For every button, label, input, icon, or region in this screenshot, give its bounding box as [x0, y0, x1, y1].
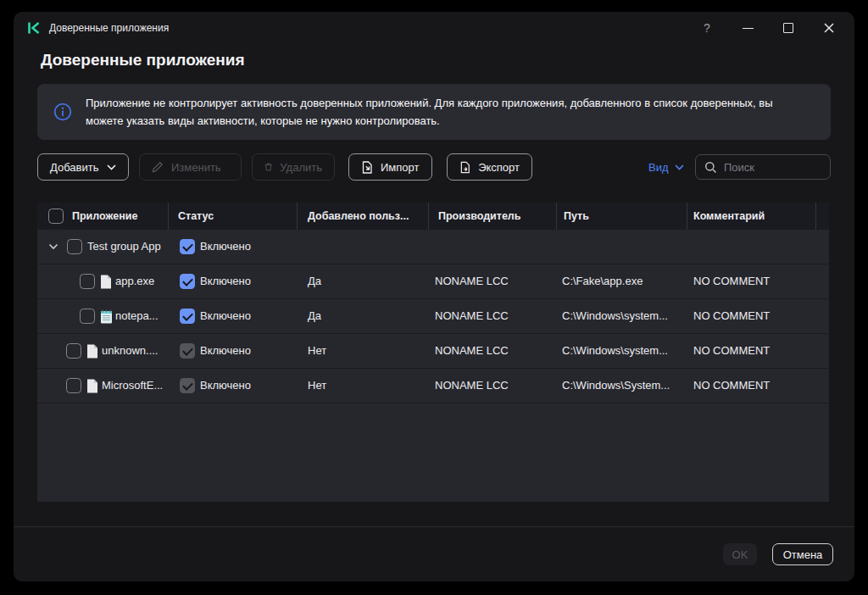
file-icon — [86, 344, 98, 359]
vendor-cell: NONAME LCC — [435, 299, 509, 333]
search-box[interactable] — [695, 154, 831, 180]
export-button[interactable]: Экспорт — [447, 153, 532, 181]
column-divider — [297, 203, 298, 230]
search-input[interactable] — [724, 161, 821, 174]
vendor-cell: NONAME LCC — [435, 264, 509, 298]
column-divider — [168, 203, 169, 230]
status-label: Включено — [200, 230, 251, 264]
path-cell: C:\Fake\app.exe — [562, 264, 643, 298]
group-name: Test group App — [87, 230, 161, 264]
trash-icon — [264, 161, 272, 173]
status-label: Включено — [200, 264, 251, 298]
add-button-label: Добавить — [50, 161, 98, 174]
status-checkbox[interactable] — [180, 343, 195, 359]
minimize-icon — [743, 28, 754, 29]
added-by-user-cell: Да — [308, 264, 321, 298]
status-checkbox[interactable] — [180, 309, 195, 324]
table-row-group[interactable]: Test group App Включено — [37, 230, 829, 264]
header-comment[interactable]: Комментарий — [693, 203, 765, 230]
info-banner: Приложение не контролирует активность до… — [37, 84, 831, 140]
header-vendor[interactable]: Производитель — [438, 203, 520, 230]
export-button-label: Экспорт — [478, 161, 520, 174]
row-checkbox[interactable] — [80, 274, 95, 289]
path-cell: C:\Windows\system... — [562, 299, 668, 333]
table-row[interactable]: MicrosoftE... Включено Нет NONAME LCC C:… — [37, 369, 829, 403]
path-cell: C:\Windows\System... — [562, 369, 670, 403]
notepad-icon — [100, 309, 113, 324]
added-by-user-cell: Нет — [308, 369, 326, 403]
close-button[interactable] — [809, 12, 849, 44]
column-divider — [815, 203, 816, 230]
maximize-icon — [783, 23, 793, 33]
app-name: MicrosoftE... — [102, 369, 163, 403]
table-row[interactable]: app.exe Включено Да NONAME LCC C:\Fake\a… — [37, 264, 829, 299]
table-row[interactable]: notepa... Включено Да NONAME LCC C:\Wind… — [37, 299, 829, 334]
titlebar: Доверенные приложения ? — [14, 12, 854, 44]
row-checkbox[interactable] — [67, 239, 82, 254]
add-button[interactable]: Добавить — [37, 153, 129, 181]
page-title: Доверенные приложения — [41, 51, 245, 70]
minimize-button[interactable] — [727, 12, 768, 44]
search-icon — [704, 161, 717, 174]
vendor-cell: NONAME LCC — [435, 334, 509, 368]
column-divider — [428, 203, 429, 230]
app-name: app.exe — [115, 264, 154, 298]
comment-cell: NO COMMENT — [693, 369, 770, 403]
comment-cell: NO COMMENT — [693, 299, 770, 333]
path-cell: C:\Windows\system... — [562, 334, 668, 368]
row-checkbox[interactable] — [66, 378, 81, 393]
chevron-down-icon — [675, 164, 684, 170]
help-button[interactable]: ? — [687, 12, 727, 44]
added-by-user-cell: Нет — [308, 334, 326, 368]
table-header-row: Приложение Статус Добавлено польз... Про… — [37, 203, 829, 230]
column-divider — [687, 203, 687, 230]
file-icon — [100, 275, 112, 289]
ok-button[interactable]: OK — [723, 543, 757, 565]
footer-divider — [14, 526, 854, 527]
header-application[interactable]: Приложение — [72, 203, 137, 230]
maximize-button[interactable] — [768, 12, 809, 44]
vendor-cell: NONAME LCC — [435, 369, 509, 403]
delete-button-label: Удалить — [280, 161, 322, 174]
row-checkbox[interactable] — [66, 343, 81, 359]
status-label: Включено — [200, 369, 251, 403]
info-icon — [53, 103, 72, 121]
status-checkbox[interactable] — [180, 274, 195, 289]
status-label: Включено — [200, 334, 251, 368]
pencil-icon — [152, 161, 164, 173]
edit-button[interactable]: Изменить — [139, 153, 242, 181]
import-button-label: Импорт — [381, 161, 419, 174]
edit-button-label: Изменить — [171, 161, 221, 174]
window-controls: ? — [687, 12, 849, 44]
row-checkbox[interactable] — [80, 309, 95, 324]
chevron-down-icon — [107, 164, 116, 170]
delete-button[interactable]: Удалить — [252, 153, 335, 181]
collapse-chevron-icon[interactable] — [48, 243, 58, 250]
status-checkbox[interactable] — [180, 378, 195, 393]
info-banner-text: Приложение не контролирует активность до… — [86, 94, 811, 130]
status-label: Включено — [200, 299, 251, 333]
view-dropdown[interactable]: Вид — [648, 153, 684, 181]
app-name: unknown.... — [102, 334, 159, 368]
help-icon: ? — [704, 21, 710, 35]
column-divider — [556, 203, 557, 230]
header-added-by-user[interactable]: Добавлено польз... — [308, 203, 409, 230]
cancel-button[interactable]: Отмена — [772, 543, 833, 565]
import-icon — [361, 161, 373, 174]
header-path[interactable]: Путь — [564, 203, 589, 230]
app-window: Доверенные приложения ? Доверенные прило… — [14, 12, 854, 581]
view-dropdown-label: Вид — [648, 161, 669, 174]
app-name: notepa... — [115, 299, 159, 333]
close-icon — [823, 22, 835, 34]
applications-table: Приложение Статус Добавлено польз... Про… — [37, 203, 829, 502]
added-by-user-cell: Да — [308, 299, 321, 333]
import-button[interactable]: Импорт — [348, 153, 432, 181]
table-row[interactable]: unknown.... Включено Нет NONAME LCC C:\W… — [37, 334, 829, 369]
header-status[interactable]: Статус — [178, 203, 214, 230]
select-all-checkbox[interactable] — [48, 209, 64, 224]
comment-cell: NO COMMENT — [693, 264, 770, 298]
export-icon — [459, 161, 470, 174]
comment-cell: NO COMMENT — [693, 334, 770, 368]
kaspersky-logo-icon — [26, 20, 42, 36]
status-checkbox[interactable] — [180, 239, 195, 254]
